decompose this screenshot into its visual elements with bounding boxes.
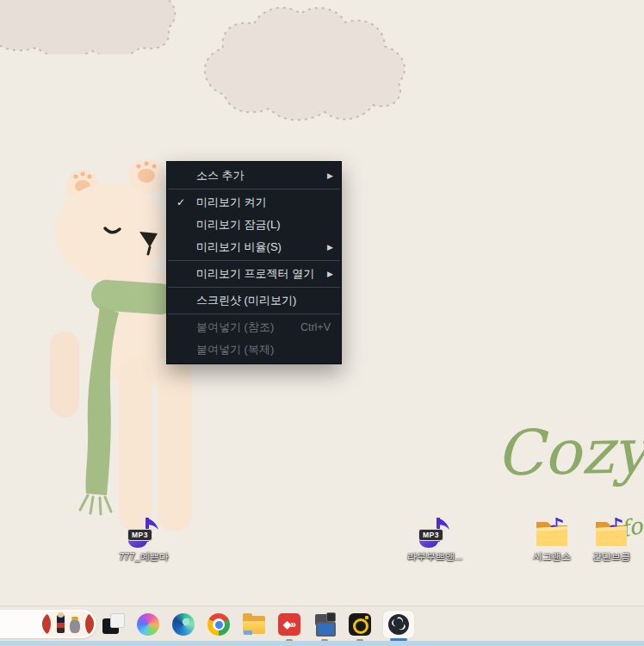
menu-separator <box>168 260 340 261</box>
menu-item-add-source[interactable]: 소스 추가 ▶ <box>167 165 341 187</box>
folder-accent-icon <box>244 630 252 635</box>
submenu-arrow-icon: ▶ <box>327 243 334 252</box>
taskbar-search-pill[interactable] <box>0 610 96 638</box>
mp3-note-icon: MP3 <box>416 515 454 550</box>
desktop-icon-mp3-1[interactable]: MP3 777_예쁜다 <box>108 515 180 563</box>
taskbar-icon-copilot[interactable] <box>136 612 160 637</box>
red-diamond-arrows-icon: ◆» <box>278 613 300 636</box>
submenu-arrow-icon: ▶ <box>327 270 334 278</box>
obs-preview-context-menu: 소스 추가 ▶ ✓ 미리보기 켜기 미리보기 잠금(L) 미리보기 비율(S) … <box>166 161 342 364</box>
taskbar-icon-chrome[interactable] <box>207 612 231 637</box>
mp3-badge: MP3 <box>127 529 152 541</box>
menu-separator <box>168 287 340 288</box>
taskbar-icon-file-explorer[interactable] <box>242 612 266 637</box>
desktop-icon-label: 간단브금 <box>592 550 630 563</box>
mouse-king-icon <box>70 619 80 633</box>
music-folder-icon <box>592 515 630 550</box>
nutcracker-icon <box>57 615 65 633</box>
curtain-icon <box>42 613 51 635</box>
obs-aperture-icon <box>387 613 410 636</box>
mp3-badge: MP3 <box>418 529 443 541</box>
desktop-icon-label: 777_예쁜다 <box>119 550 168 563</box>
chrome-icon <box>207 613 230 636</box>
menu-item-paste-duplicate[interactable]: 붙여넣기 (복제) <box>167 339 341 361</box>
desktop-icon-folder-2[interactable]: 간단브금 <box>575 515 644 563</box>
mp3-note-icon: MP3 <box>125 515 163 550</box>
cloud-decoration-left <box>0 0 202 54</box>
taskbar-icon-red-media-app[interactable]: ◆» <box>277 612 301 637</box>
menu-item-lock-preview[interactable]: 미리보기 잠금(L) <box>167 214 341 236</box>
desktop-icon-mp3-2[interactable]: MP3 라부부쁘앤... <box>399 515 471 563</box>
menu-item-open-preview-projector[interactable]: 미리보기 프로젝터 열기 ▶ <box>167 263 341 285</box>
checkmark-icon: ✓ <box>176 196 196 208</box>
desktop-icon-label: 라부부쁘앤... <box>407 550 462 563</box>
taskbar-icon-obs-studio[interactable] <box>383 611 414 638</box>
shortcut-label: Ctrl+V <box>300 321 334 333</box>
monitor-screen-icon <box>316 622 336 637</box>
music-folder-icon <box>533 515 571 550</box>
menu-separator <box>168 189 340 189</box>
bottom-edge-strip <box>0 641 644 646</box>
menu-item-preview-scaling[interactable]: 미리보기 비율(S) ▶ <box>167 236 341 258</box>
light-square-icon <box>110 613 125 628</box>
wallpaper-script-text: Cozy H <box>495 413 644 490</box>
copilot-icon <box>137 613 159 636</box>
taskbar: ◆» <box>0 606 644 642</box>
ocam-ring-icon <box>349 613 371 636</box>
desktop-icon-label: 시그랜스 <box>533 550 571 563</box>
camera-lens-icon <box>326 612 336 622</box>
menu-item-screenshot-preview[interactable]: 스크린샷 (미리보기) <box>167 289 341 312</box>
menu-item-paste-reference[interactable]: 붙여넣기 (참조) Ctrl+V <box>167 316 341 339</box>
submenu-arrow-icon: ▶ <box>327 171 334 180</box>
taskbar-icon-ocam[interactable] <box>348 612 372 637</box>
cloud-decoration-center <box>194 2 426 127</box>
start-button-nutcracker-doodle[interactable] <box>42 612 94 637</box>
taskbar-icon-capture-device[interactable] <box>313 612 337 637</box>
menu-separator <box>168 314 340 314</box>
curtain-icon <box>85 613 94 635</box>
edge-icon <box>172 613 195 636</box>
taskbar-icon-squares-app[interactable] <box>101 612 125 637</box>
menu-item-enable-preview[interactable]: ✓ 미리보기 켜기 <box>167 191 341 214</box>
taskbar-icon-edge[interactable] <box>171 612 195 637</box>
